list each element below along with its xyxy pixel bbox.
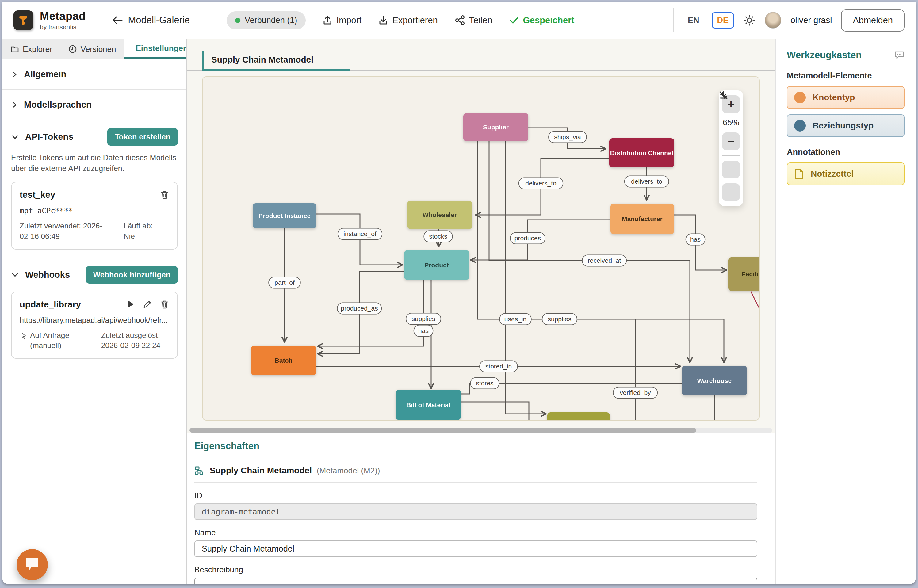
section-allgemein[interactable]: Allgemein xyxy=(2,60,186,90)
diagram-node[interactable]: Warehouse xyxy=(682,366,747,396)
svg-text:Product Instance: Product Instance xyxy=(259,212,310,219)
tab-explorer[interactable]: Explorer xyxy=(2,39,60,59)
svg-text:Product: Product xyxy=(424,262,449,268)
diagram-canvas[interactable]: SupplierDistribution ChannelProduct Inst… xyxy=(202,76,760,421)
diagram-edge[interactable] xyxy=(461,402,529,421)
run-webhook-icon[interactable] xyxy=(127,299,135,309)
id-input[interactable] xyxy=(194,503,757,520)
user-avatar[interactable] xyxy=(765,12,781,29)
tool-node-type[interactable]: Knotentyp xyxy=(787,86,905,109)
edge-label[interactable]: stores xyxy=(470,378,499,389)
edge-label[interactable]: instance_of xyxy=(338,228,382,240)
tool-relation-type[interactable]: Beziehungstyp xyxy=(787,114,905,137)
diagram-edge[interactable] xyxy=(751,292,759,307)
export-label: Exportieren xyxy=(392,15,438,26)
description-label: Beschreibung xyxy=(194,565,757,575)
diagram-node[interactable]: Distribution Channel xyxy=(609,138,674,167)
diagram-edge[interactable] xyxy=(489,141,690,362)
tab-explorer-label: Explorer xyxy=(23,44,52,54)
back-label: Modell-Galerie xyxy=(128,15,190,26)
diagram-node[interactable]: Manufacturer xyxy=(611,204,674,234)
zoom-divider xyxy=(722,155,740,156)
annotations-heading: Annotationen xyxy=(787,147,905,157)
scrollbar-thumb[interactable] xyxy=(189,428,696,433)
section-webhooks: Webhooks Webhook hinzufügen update_libra… xyxy=(2,258,186,368)
edge-label[interactable]: has xyxy=(414,325,433,337)
import-button[interactable]: Import xyxy=(323,15,362,26)
api-tokens-description: Erstelle Tokens um auf die Daten dieses … xyxy=(11,152,178,174)
header-divider-2 xyxy=(673,8,674,32)
download-image-button[interactable] xyxy=(722,183,740,201)
theme-sun-icon[interactable] xyxy=(743,14,755,26)
edge-label[interactable]: stocks xyxy=(424,231,452,242)
back-to-gallery[interactable]: Modell-Galerie xyxy=(112,15,190,26)
model-title-tab[interactable]: Supply Chain Metamodel xyxy=(202,50,350,71)
tab-versionen[interactable]: Versionen xyxy=(60,39,124,59)
edit-webhook-icon[interactable] xyxy=(143,299,152,309)
saved-label: Gespeichert xyxy=(523,15,575,26)
app-window: Metapad by transentis Modell-Galerie Ver… xyxy=(2,2,916,584)
diagram-node[interactable] xyxy=(547,412,610,421)
app-logo xyxy=(13,10,33,30)
diagram-node[interactable]: Supplier xyxy=(463,113,528,141)
export-button[interactable]: Exportieren xyxy=(379,15,438,26)
edge-label[interactable]: stored_in xyxy=(480,361,517,372)
delete-webhook-icon[interactable] xyxy=(160,299,169,309)
svg-text:Distribution Channel: Distribution Channel xyxy=(610,149,674,156)
edge-label[interactable]: supplies xyxy=(406,313,441,325)
edge-label[interactable]: produced_as xyxy=(337,303,381,314)
share-button[interactable]: Teilen xyxy=(455,15,493,26)
svg-text:ships_via: ships_via xyxy=(554,133,581,141)
diagram-edge[interactable] xyxy=(478,141,724,362)
edge-label[interactable]: has xyxy=(686,234,705,245)
edge-label[interactable]: part_of xyxy=(268,277,300,289)
lang-en-button[interactable]: EN xyxy=(685,13,703,28)
zoom-out-button[interactable]: − xyxy=(722,132,740,150)
edge-label[interactable]: received_at xyxy=(582,255,626,267)
fit-view-button[interactable] xyxy=(722,161,740,178)
edge-label[interactable]: uses_in xyxy=(499,313,531,325)
section-modellsprachen[interactable]: Modellsprachen xyxy=(2,90,186,120)
edge-label[interactable]: delivers_to xyxy=(625,176,669,187)
share-icon xyxy=(455,15,465,25)
metamodel-diagram[interactable]: SupplierDistribution ChannelProduct Inst… xyxy=(203,77,760,421)
name-label: Name xyxy=(194,528,757,538)
diagram-node[interactable]: Product Instance xyxy=(253,203,317,228)
diagram-node[interactable]: Bill of Material xyxy=(396,390,461,420)
edge-label[interactable]: verified_by xyxy=(613,387,658,399)
chat-launcher[interactable] xyxy=(16,549,48,580)
connection-status[interactable]: Verbunden (1) xyxy=(226,11,306,29)
diagram-node[interactable]: Wholesaler xyxy=(407,201,472,229)
svg-text:supplies: supplies xyxy=(548,315,571,323)
tab-einstellungen[interactable]: Einstellungen xyxy=(124,39,186,59)
diagram-node[interactable]: Batch xyxy=(251,346,316,375)
token-masked-value: mpt_aCPc**** xyxy=(19,207,169,215)
diagram-node[interactable]: Facility xyxy=(728,257,760,291)
lang-de-button[interactable]: DE xyxy=(712,12,734,29)
edge-label[interactable]: produces xyxy=(510,233,545,244)
comment-icon[interactable] xyxy=(894,50,905,60)
chat-bubble-icon xyxy=(24,557,40,572)
model-title: Supply Chain Metamodel xyxy=(211,55,314,65)
svg-text:delivers_to: delivers_to xyxy=(525,180,556,187)
tool-note[interactable]: Notizzettel xyxy=(787,163,905,185)
edge-label[interactable]: supplies xyxy=(542,313,577,325)
chevron-down-icon[interactable] xyxy=(11,271,19,278)
svg-text:Facility: Facility xyxy=(742,270,760,278)
chevron-down-icon[interactable] xyxy=(11,134,19,141)
token-name: test_key xyxy=(19,190,55,200)
add-webhook-button[interactable]: Webhook hinzufügen xyxy=(86,266,178,284)
svg-text:stores: stores xyxy=(476,380,493,386)
edge-label[interactable]: delivers_to xyxy=(519,178,563,189)
folder-icon xyxy=(10,45,19,53)
create-token-button[interactable]: Token erstellen xyxy=(107,128,178,145)
logout-button[interactable]: Abmelden xyxy=(841,9,905,32)
edge-label[interactable]: ships_via xyxy=(548,131,587,143)
description-textarea[interactable]: To enable a consistent and structured di… xyxy=(194,578,757,584)
horizontal-scrollbar[interactable] xyxy=(189,428,772,433)
clock-icon xyxy=(68,45,77,53)
delete-token-icon[interactable] xyxy=(160,190,169,200)
diagram-node[interactable]: Product xyxy=(404,250,469,280)
name-input[interactable] xyxy=(194,541,757,557)
node-type-label: Knotentyp xyxy=(813,92,855,102)
